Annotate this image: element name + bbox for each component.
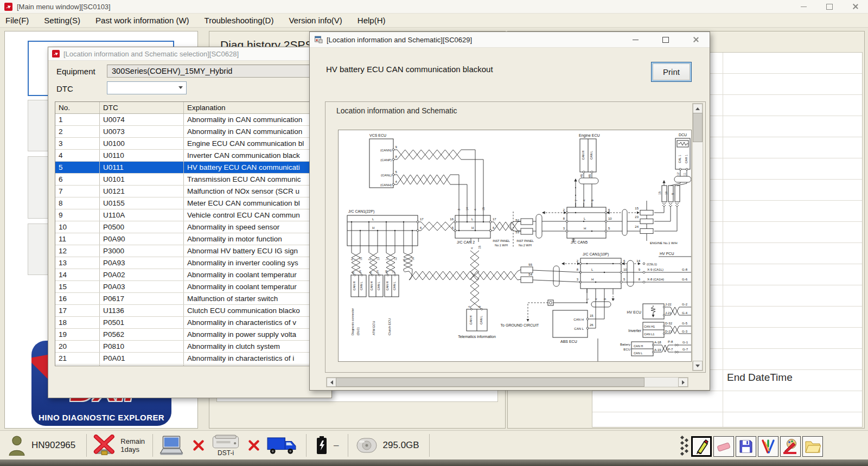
label: CAN L1 (644, 333, 654, 336)
scroll-down-icon[interactable] (693, 361, 703, 371)
maximize-icon[interactable] (822, 1, 837, 12)
menu-item[interactable]: File(F) (5, 16, 29, 25)
minimize-icon[interactable] (796, 1, 810, 12)
label: L (471, 218, 474, 221)
table-row[interactable]: 4 U0110 Inverter CAN communication black (55, 150, 326, 162)
table-row[interactable]: 2 U0073 Abnormality in CAN communication (55, 126, 326, 138)
truck-icon (267, 435, 296, 456)
table-row[interactable]: 13 P0A93 Abnormality in inverter cooling… (55, 257, 326, 269)
scroll-thumb[interactable] (336, 378, 644, 387)
table-row[interactable]: 6 U0101 Transmission ECU CAN communic (55, 174, 326, 186)
menu-item[interactable]: Help(H) (358, 16, 386, 25)
label: X-8 (CA1H) (647, 278, 664, 281)
table-row[interactable]: 9 U110A Vehicle control ECU CAN commun (55, 209, 326, 221)
label: 15 (478, 246, 481, 249)
label: 3 (563, 227, 565, 230)
label: 1 (385, 259, 388, 260)
app-icon (4, 3, 12, 11)
table-row[interactable]: 18 P0501 Abnormality in characteristics … (55, 317, 326, 329)
hv-ecu: HV ECU J-22 J-21 G-2 G-4 (627, 303, 691, 319)
dsti-device-icon (212, 434, 240, 450)
table-row[interactable]: 15 P0A03 Abnormality in coolant temperat… (55, 281, 326, 293)
palette-tool-button[interactable] (780, 436, 801, 457)
table-row[interactable]: 21 P0A01 Abnormality in characteristics … (55, 353, 326, 365)
label: HV PCU (660, 252, 674, 256)
logo-caption: HINO DIAGNOSTIC EXPLORER (31, 413, 171, 422)
scroll-thumb[interactable] (693, 113, 703, 142)
window-bottom-edge (0, 459, 868, 466)
eraser-tool-button[interactable] (713, 436, 734, 457)
pens-tool-button[interactable] (758, 436, 778, 457)
table-row[interactable]: 12 P3000 Abnormal HV battery ECU IG sign (55, 245, 326, 257)
table-row[interactable]: 3 U0100 Engine ECU CAN communication bl (55, 138, 326, 150)
label: CAN L (393, 282, 396, 290)
scroll-up-icon[interactable] (693, 104, 703, 113)
label: 14 (465, 207, 469, 210)
minimize-icon[interactable] (628, 34, 642, 45)
battery-ecu: Battery ECU CAN H CAN L A-18 A-19 P-8 P-… (620, 340, 691, 356)
menu-item[interactable]: Version info(V) (289, 16, 342, 25)
harddisk-icon (356, 436, 378, 455)
save-button[interactable] (736, 436, 756, 457)
label: H (471, 226, 474, 229)
label: 1 (586, 298, 589, 300)
label: 17 (493, 218, 496, 221)
table-row[interactable]: 10 P0500 Abnormality in speed sensor (55, 221, 326, 233)
annotation-toolbar (680, 435, 823, 458)
label: A-18 (654, 341, 661, 344)
label: 5 (395, 170, 398, 174)
label: A-19 (654, 348, 661, 352)
disk-space-value: 295.0GB (383, 440, 419, 451)
label: 5 (623, 278, 626, 281)
table-row[interactable]: 22 P0A06 Abnormal HV water pump drive si… (55, 365, 326, 366)
menu-item[interactable]: Past work information (W) (95, 16, 189, 25)
label: 5 (608, 227, 610, 230)
label: CAL 1 (678, 155, 681, 163)
label: 15 (635, 207, 639, 210)
label: 2 (563, 208, 565, 212)
scroll-left-icon[interactable] (327, 378, 336, 387)
jc-can1-22p: J/C CAN1(22P) L H 17 6 4 15 2 (347, 209, 455, 260)
label: CAN H (573, 318, 584, 321)
remain-days: 1days (120, 445, 145, 454)
maximize-icon[interactable] (659, 34, 673, 45)
scroll-right-icon[interactable] (678, 378, 688, 387)
dtc-heading: HV battery ECU CAN communication blackou… (326, 65, 493, 74)
label: G-7 (682, 348, 688, 351)
label: 9 (591, 200, 594, 201)
table-row[interactable]: 7 U0121 Malfunction of NOx sensor (SCR u (55, 186, 326, 197)
floppy-icon (738, 439, 754, 454)
table-row[interactable]: 17 U1136 Clutch ECU communication blacko (55, 305, 326, 317)
table-row[interactable]: 20 P0810 Abnormality in clutch system (55, 341, 326, 353)
pen-tool-button[interactable] (691, 436, 712, 457)
table-body: 1 U0074 Abnormality in CAN communication… (55, 114, 326, 366)
close-icon[interactable] (689, 34, 703, 45)
inst-panel-connectors: 52 53 INST PANEL No.1 W/H INST PANEL No.… (493, 212, 567, 247)
table-row[interactable]: 8 U0155 Meter ECU CAN communication bl (55, 197, 326, 209)
label: 14 (636, 259, 640, 263)
table-row[interactable]: 14 P0A02 Abnormality in coolant temperat… (55, 269, 326, 281)
pen-icon (694, 439, 709, 454)
label: P-7 (668, 348, 673, 351)
print-button[interactable]: Print (651, 62, 692, 82)
equipment-field[interactable]: 300Series(COEHV)_15MY_Hybrid (107, 65, 326, 78)
menu-item[interactable]: Troubleshooting(D) (205, 16, 274, 25)
label: Diagnosis connector (351, 308, 354, 335)
open-folder-button[interactable] (802, 436, 823, 457)
vcs-ecu: VCS ECU (CANN) (CANP) (CANL) (CANH) 9 8 … (369, 133, 483, 215)
laptop-icon (159, 436, 183, 455)
label: H (591, 278, 593, 281)
label: L (372, 218, 374, 221)
table-row[interactable]: 11 P0A90 Abnormality in motor function (55, 233, 326, 245)
label: 9 (671, 193, 674, 195)
vertical-scrollbar[interactable] (692, 103, 703, 371)
horizontal-scrollbar[interactable] (326, 377, 688, 387)
close-icon[interactable] (848, 1, 863, 12)
dtc-combobox[interactable] (107, 81, 187, 94)
table-row[interactable]: 5 U0111 HV battery ECU CAN communicati (55, 162, 326, 174)
table-row[interactable]: 16 P0617 Malfunction of starter switch (55, 293, 326, 305)
table-row[interactable]: 19 P0562 Abnormality in power supply vol… (55, 329, 326, 341)
label: 5 (452, 226, 454, 229)
table-row[interactable]: 1 U0074 Abnormality in CAN communication (55, 114, 326, 126)
menu-item[interactable]: Setting(S) (44, 16, 80, 25)
